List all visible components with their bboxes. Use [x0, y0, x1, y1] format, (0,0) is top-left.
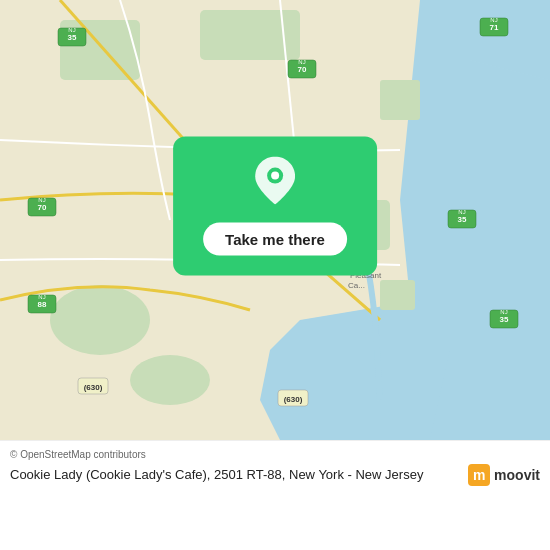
- svg-text:70: 70: [38, 203, 47, 212]
- svg-text:NJ: NJ: [500, 309, 507, 315]
- svg-text:35: 35: [500, 315, 509, 324]
- svg-point-47: [271, 172, 279, 180]
- svg-rect-6: [380, 80, 420, 120]
- map-container: 35 NJ 71 NJ 70 NJ 70 NJ (632) 88 NJ 35 N…: [0, 0, 550, 440]
- pin-icon: [251, 157, 299, 205]
- location-card: Take me there: [173, 137, 377, 276]
- osm-credit: © OpenStreetMap contributors: [10, 449, 540, 460]
- place-name: Cookie Lady (Cookie Lady's Cafe), 2501 R…: [10, 467, 468, 484]
- svg-text:NJ: NJ: [458, 209, 465, 215]
- svg-text:70: 70: [298, 65, 307, 74]
- svg-text:NJ: NJ: [68, 27, 75, 33]
- svg-text:35: 35: [458, 215, 467, 224]
- svg-text:(630): (630): [284, 395, 303, 404]
- take-me-there-button[interactable]: Take me there: [203, 223, 347, 256]
- svg-rect-10: [380, 280, 415, 310]
- moovit-logo: m moovit: [468, 464, 540, 486]
- svg-text:NJ: NJ: [38, 197, 45, 203]
- moovit-icon: m: [468, 464, 490, 486]
- moovit-brand: moovit: [494, 467, 540, 483]
- svg-point-9: [130, 355, 210, 405]
- place-info: Cookie Lady (Cookie Lady's Cafe), 2501 R…: [10, 464, 540, 486]
- svg-text:71: 71: [490, 23, 499, 32]
- svg-point-8: [50, 285, 150, 355]
- svg-text:NJ: NJ: [490, 17, 497, 23]
- info-bar: © OpenStreetMap contributors Cookie Lady…: [0, 440, 550, 492]
- svg-text:Ca...: Ca...: [348, 281, 365, 290]
- svg-text:NJ: NJ: [298, 59, 305, 65]
- svg-text:35: 35: [68, 33, 77, 42]
- svg-text:88: 88: [38, 300, 47, 309]
- svg-text:(630): (630): [84, 383, 103, 392]
- svg-text:NJ: NJ: [38, 294, 45, 300]
- osm-text: © OpenStreetMap contributors: [10, 449, 146, 460]
